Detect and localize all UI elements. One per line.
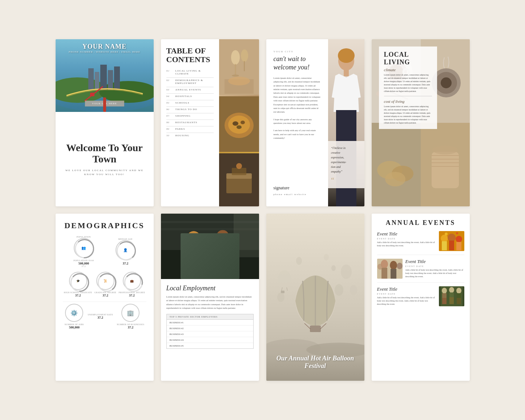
hs-value: 37.2 <box>64 294 92 297</box>
svg-point-104 <box>350 285 357 295</box>
toc-item-2: 02/ DEMOGRAPHICS & EMPLOYMENT <box>166 79 214 85</box>
demographics-title: DEMOGRAPHICS <box>63 221 146 230</box>
prof-circle: 💼 <box>123 272 141 290</box>
svg-point-33 <box>338 48 355 63</box>
toc-main: TABLE OF CONTENTS 01/ LOCAL LIVING & CLI… <box>161 39 259 206</box>
svg-point-127 <box>442 288 447 294</box>
employer-2: BUSINESS #2 <box>167 326 253 331</box>
svg-point-16 <box>232 74 239 77</box>
svg-point-112 <box>456 236 462 242</box>
events-card: ANNUAL EVENTS Event Title EVENT DATE Add… <box>372 214 470 381</box>
event-1-title: Event Title <box>377 231 436 237</box>
svg-point-123 <box>377 264 383 270</box>
hs-circle: 🎓 <box>69 272 87 290</box>
svg-rect-135 <box>457 298 461 304</box>
employer-3: BUSINESS #3 <box>167 331 253 337</box>
businesses-item: 🏢 NUMBER OF BUSINESSES 37.2 <box>117 304 145 329</box>
toc-image-3 <box>219 153 259 206</box>
svg-point-120 <box>390 261 397 270</box>
svg-rect-14 <box>235 64 236 75</box>
svg-point-103 <box>335 284 343 296</box>
svg-rect-84 <box>201 248 219 261</box>
employment-body: Local Employment Lorem ipsum dolor sit a… <box>161 279 259 381</box>
city-card: YOUR CITY can't wait to welcome you! Lor… <box>266 39 364 206</box>
toc-item-9: 09/ PARKS <box>166 128 214 130</box>
toc-item-1: 01/ LOCAL LIVING & CLIMATE <box>166 69 214 75</box>
svg-text:experimenta-: experimenta- <box>331 161 347 164</box>
welcome-title: Welcome To Your Town <box>62 142 147 165</box>
svg-point-22 <box>233 121 238 126</box>
svg-text:expression,: expression, <box>331 156 344 159</box>
svg-point-117 <box>456 232 458 234</box>
population-pct: 37.2 <box>73 265 94 267</box>
svg-point-98 <box>278 270 291 288</box>
svg-point-21 <box>228 116 250 134</box>
toc-image-1 <box>219 39 259 96</box>
svg-rect-81 <box>186 246 201 268</box>
event-3-title: Event Title <box>377 286 436 292</box>
population-value: 500,000 <box>73 262 94 265</box>
svg-point-12 <box>231 50 240 65</box>
svg-point-124 <box>397 263 403 269</box>
toc-item-5: 05/ SCHOOLS <box>166 101 214 104</box>
median-age-value: 37.2 <box>116 262 136 265</box>
svg-text:tion and: tion and <box>331 165 341 169</box>
jobs-circle: ⚙️ <box>65 304 83 322</box>
svg-rect-34 <box>344 69 349 76</box>
local-cost-label: cost of living <box>384 99 432 104</box>
event-1-desc: Add a little bit of body text describing… <box>377 241 436 247</box>
median-age-icon: 👤 <box>123 248 128 252</box>
svg-point-110 <box>441 235 448 242</box>
svg-rect-4 <box>88 68 94 90</box>
svg-rect-86 <box>199 261 221 262</box>
event-2-date: EVENT DATE <box>405 265 464 267</box>
toc-item-8: 08/ RESTAURANTS <box>166 121 214 124</box>
svg-point-111 <box>448 234 456 242</box>
event-2-desc: Add a little bit of body text describing… <box>405 268 464 278</box>
businesses-icon: 🏢 <box>127 310 134 316</box>
local-content: LOCAL LIVING climate Lorem ipsum dolor s… <box>372 39 470 206</box>
events-title: ANNUAL EVENTS <box>377 219 464 227</box>
toc-image-2 <box>219 96 259 153</box>
city-right-panel: “I believe in creative expression, exper… <box>328 39 364 206</box>
svg-rect-7 <box>108 70 113 90</box>
svg-rect-83 <box>216 244 229 267</box>
svg-point-106 <box>324 254 329 261</box>
event-3-desc: Add a little bit of body text describing… <box>377 296 436 306</box>
svg-point-116 <box>445 233 448 235</box>
welcome-card: YOUR NAME PHONE NUMBER | WEBSITE HERE | … <box>56 39 154 206</box>
toc-item-4: 04/ HOSPITALS <box>166 95 214 98</box>
svg-rect-122 <box>391 269 396 279</box>
hs-icon: 🎓 <box>76 279 80 283</box>
grad-value: 37.2 <box>94 294 116 297</box>
demographics-top-row: POPULATION 👥 POPULATION 19-64 500,000 37… <box>63 236 146 267</box>
svg-rect-114 <box>449 241 454 250</box>
event-2-text: Event Title EVENT DATE Add a little bit … <box>405 259 464 278</box>
event-item-3: Event Title EVENT DATE Add a little bit … <box>377 286 464 306</box>
person-contact: PHONE NUMBER | WEBSITE HERE | EMAIL HERE <box>56 51 154 53</box>
svg-point-18 <box>228 77 250 85</box>
welcome-name-overlay: YOUR NAME PHONE NUMBER | WEBSITE HERE | … <box>56 43 154 53</box>
toc-item-7: 07/ SHOPPING <box>166 114 214 117</box>
employment-text: Lorem ipsum dolor sit amet, consectetur … <box>166 295 254 310</box>
employer-5: BUSINESS #5 <box>167 343 253 348</box>
median-age-circle: 👤 <box>116 240 136 260</box>
event-2-title: Event Title <box>405 259 464 264</box>
businesses-value: 37.2 <box>117 326 145 329</box>
city-headline: can't wait to welcome you! <box>274 55 321 72</box>
svg-rect-95 <box>310 326 321 332</box>
svg-point-23 <box>241 121 245 124</box>
toc-images <box>219 39 259 206</box>
demographics-bot-row: ⚙️ NUMBER OF JOBS 500,000 UNEMPLOYMENT R… <box>63 302 146 329</box>
balloon-title: Our Annual Hot Air Balloon Festival <box>266 355 364 370</box>
svg-rect-15 <box>244 61 245 71</box>
svg-rect-133 <box>442 298 447 304</box>
balloon-card: Our Annual Hot Air Balloon Festival <box>266 214 364 381</box>
jobs-item: ⚙️ NUMBER OF JOBS 500,000 <box>65 304 84 329</box>
svg-point-107 <box>331 265 336 271</box>
jobs-icon: ⚙️ <box>70 310 78 316</box>
svg-text:“I believe in: “I believe in <box>331 146 346 150</box>
employment-table-header: TOP 5 PRIVATE SECTOR EMPLOYERS <box>167 314 253 320</box>
employment-title: Local Employment <box>166 284 254 292</box>
event-3-text: Event Title EVENT DATE Add a little bit … <box>377 286 436 306</box>
